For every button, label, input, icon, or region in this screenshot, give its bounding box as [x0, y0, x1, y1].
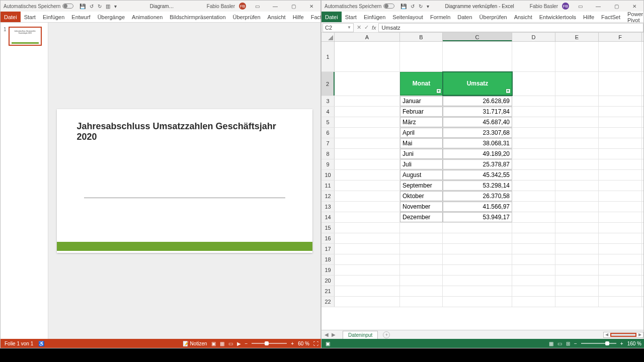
row-header[interactable]: 14 [321, 212, 335, 222]
cell[interactable] [400, 276, 443, 286]
scroll-right-icon[interactable]: ▶ [637, 332, 643, 337]
cell[interactable]: Februar [400, 107, 443, 117]
cell[interactable] [555, 149, 599, 159]
tab-daten[interactable]: Daten [454, 12, 475, 22]
tab-datei[interactable]: Datei [1, 12, 21, 22]
cell[interactable] [512, 223, 555, 233]
row-header[interactable]: 7 [321, 138, 335, 148]
cell[interactable]: 25.378,87 [443, 159, 512, 169]
cell[interactable] [555, 180, 599, 191]
row-header[interactable]: 9 [321, 159, 335, 169]
cell[interactable] [599, 191, 642, 201]
cell[interactable] [555, 254, 599, 264]
sheet-nav-next-icon[interactable]: ▶ [332, 332, 336, 337]
cell[interactable] [443, 276, 512, 286]
cell[interactable] [400, 297, 443, 307]
cell[interactable] [512, 170, 555, 180]
col-header-B[interactable]: B [400, 33, 443, 41]
tab-start[interactable]: Start [21, 12, 39, 22]
cell[interactable] [443, 254, 512, 264]
row-header[interactable]: 18 [321, 254, 335, 264]
cell[interactable] [599, 96, 642, 106]
cell[interactable] [335, 107, 400, 117]
cell[interactable] [599, 265, 642, 275]
row-header[interactable]: 21 [321, 286, 335, 296]
minimize-button[interactable]: — [268, 1, 282, 11]
cell[interactable] [335, 42, 400, 71]
filter-icon[interactable]: ▾ [506, 88, 511, 94]
cell[interactable] [443, 233, 512, 243]
horizontal-scrollbar[interactable]: ◀ ▶ [603, 332, 643, 338]
cell[interactable] [512, 117, 555, 127]
cell[interactable] [599, 117, 642, 127]
col-header-A[interactable]: A [335, 33, 400, 41]
cell[interactable] [400, 265, 443, 275]
cell[interactable] [555, 286, 599, 296]
row-header[interactable]: 17 [321, 244, 335, 254]
tab-einfuegen[interactable]: Einfügen [360, 12, 389, 22]
tab-datei[interactable]: Datei [321, 12, 342, 22]
slide-1[interactable]: Jahresabschluss Umsatzzahlen Geschäftsja… [57, 109, 312, 253]
cell[interactable] [512, 297, 555, 307]
cell[interactable] [443, 297, 512, 307]
start-slideshow-icon[interactable]: ▥ [106, 4, 110, 9]
zoom-value[interactable]: 60 % [298, 341, 309, 346]
cell[interactable]: 45.342,55 [443, 170, 512, 180]
cell[interactable] [555, 297, 599, 307]
cell[interactable] [599, 254, 642, 264]
cell[interactable] [512, 149, 555, 159]
cancel-formula-icon[interactable]: ✕ [357, 24, 361, 31]
spreadsheet-grid[interactable]: A B C D E F 12Monat▾Umsatz▾3Januar26.628… [321, 33, 643, 330]
fit-window-icon[interactable]: ⛶ [313, 341, 318, 346]
scroll-left-icon[interactable]: ◀ [604, 332, 610, 337]
cell[interactable]: Juli [400, 159, 443, 169]
cell[interactable] [512, 244, 555, 254]
undo-icon[interactable]: ↺ [90, 4, 94, 9]
cell[interactable] [599, 138, 642, 148]
fx-icon[interactable]: fx [372, 25, 376, 31]
cell[interactable] [555, 170, 599, 180]
cell[interactable] [555, 96, 599, 106]
cell[interactable] [335, 265, 400, 275]
cell[interactable]: 53.298,14 [443, 180, 512, 191]
cell[interactable] [335, 149, 400, 159]
tab-ansicht[interactable]: Ansicht [511, 12, 536, 22]
cell[interactable] [512, 128, 555, 138]
cell[interactable] [400, 254, 443, 264]
ribbon-display-icon[interactable]: ▭ [250, 1, 264, 11]
cell[interactable]: 23.307,68 [443, 128, 512, 138]
cell[interactable] [555, 42, 599, 71]
select-all-corner[interactable] [321, 33, 335, 41]
cell[interactable] [599, 128, 642, 138]
tab-einfuegen[interactable]: Einfügen [39, 12, 68, 22]
slide-canvas-area[interactable]: Jahresabschluss Umsatzzahlen Geschäftsja… [48, 23, 320, 339]
cell[interactable] [555, 117, 599, 127]
minimize-button[interactable]: — [591, 1, 605, 11]
cell[interactable] [335, 212, 400, 222]
cell[interactable] [335, 254, 400, 264]
cell[interactable] [555, 159, 599, 169]
cell[interactable]: August [400, 170, 443, 180]
row-header[interactable]: 1 [321, 42, 335, 71]
cell[interactable] [335, 117, 400, 127]
cell[interactable] [512, 138, 555, 148]
cell[interactable]: Monat▾ [400, 72, 443, 96]
slide-thumbnail-1[interactable]: Jahresabschluss Umsatzzahlen Geschäftsja… [9, 27, 42, 46]
row-header[interactable]: 4 [321, 107, 335, 117]
maximize-button[interactable]: ▢ [609, 1, 623, 11]
ribbon-display-icon[interactable]: ▭ [573, 1, 587, 11]
cell[interactable] [443, 244, 512, 254]
cell[interactable] [400, 42, 443, 71]
row-header[interactable]: 11 [321, 180, 335, 191]
cell[interactable] [512, 286, 555, 296]
tab-powerpivot[interactable]: Power Pivot [624, 12, 644, 22]
col-header-F[interactable]: F [599, 33, 642, 41]
cell[interactable] [512, 42, 555, 71]
tab-hilfe[interactable]: Hilfe [580, 12, 598, 22]
cell[interactable] [335, 286, 400, 296]
cell[interactable] [335, 297, 400, 307]
cell[interactable] [599, 223, 642, 233]
cell[interactable] [555, 107, 599, 117]
sorter-view-icon[interactable]: ▦ [220, 341, 224, 346]
row-header[interactable]: 22 [321, 297, 335, 307]
